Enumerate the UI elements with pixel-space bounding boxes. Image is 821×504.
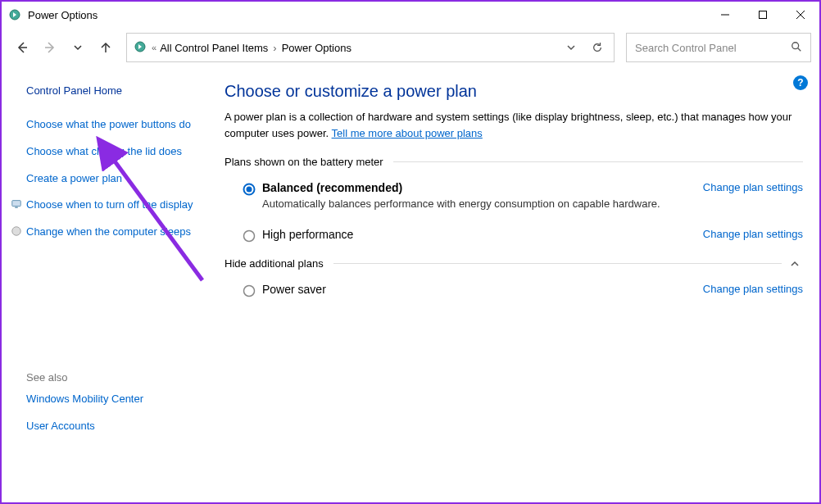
address-bar-icon xyxy=(134,40,147,56)
recent-dropdown[interactable] xyxy=(66,35,90,60)
sidebar-closing-lid[interactable]: Choose what closing the lid does xyxy=(26,144,195,160)
change-settings-power-saver[interactable]: Change plan settings xyxy=(703,283,803,295)
titlebar: Power Options xyxy=(2,2,819,28)
up-button[interactable] xyxy=(93,35,118,60)
sidebar-computer-sleeps[interactable]: Change when the computer sleeps xyxy=(26,225,195,240)
svg-rect-2 xyxy=(760,11,767,19)
close-button[interactable] xyxy=(782,2,819,28)
svg-rect-12 xyxy=(15,207,18,208)
window-title: Power Options xyxy=(28,9,706,21)
plan-name: High performance xyxy=(262,228,703,241)
section-label: Hide additional plans xyxy=(225,257,324,270)
svg-point-9 xyxy=(792,42,799,48)
plan-description: Automatically balances performance with … xyxy=(262,198,703,210)
svg-point-17 xyxy=(244,286,255,297)
radio-power-saver[interactable] xyxy=(243,284,256,297)
page-heading: Choose or customize a power plan xyxy=(225,82,803,101)
breadcrumb-separator-icon: › xyxy=(273,42,276,54)
address-bar[interactable]: « All Control Panel Items › Power Option… xyxy=(126,33,615,62)
maximize-button[interactable] xyxy=(744,2,782,28)
forward-button[interactable] xyxy=(38,35,62,60)
sidebar-mobility-center[interactable]: Windows Mobility Center xyxy=(26,392,195,407)
learn-more-link[interactable]: Tell me more about power plans xyxy=(332,127,483,139)
sidebar-user-accounts[interactable]: User Accounts xyxy=(26,419,195,434)
chevron-up-icon[interactable] xyxy=(787,259,803,269)
section-additional-plans[interactable]: Hide additional plans xyxy=(225,257,803,270)
svg-point-16 xyxy=(244,231,255,242)
sidebar-power-buttons[interactable]: Choose what the power buttons do xyxy=(26,117,195,133)
svg-rect-11 xyxy=(12,201,21,207)
plan-power-saver: Power saver Change plan settings xyxy=(225,275,803,304)
radio-balanced[interactable] xyxy=(243,183,256,196)
sidebar-turn-off-display[interactable]: Choose when to turn off the display xyxy=(26,198,195,213)
plan-name: Balanced (recommended) xyxy=(262,181,703,194)
sidebar-control-panel-home[interactable]: Control Panel Home xyxy=(26,84,195,99)
address-dropdown-button[interactable] xyxy=(561,38,581,57)
change-settings-balanced[interactable]: Change plan settings xyxy=(703,181,803,193)
refresh-button[interactable] xyxy=(587,38,607,57)
main-panel: Choose or customize a power plan A power… xyxy=(205,67,819,502)
sidebar-item-label: Choose when to turn off the display xyxy=(26,198,193,213)
content-area: Control Panel Home Choose what the power… xyxy=(2,67,819,502)
svg-point-13 xyxy=(12,227,21,236)
plan-name: Power saver xyxy=(262,283,703,296)
breadcrumb-item-1[interactable]: All Control Panel Items xyxy=(160,42,268,54)
search-box[interactable] xyxy=(626,33,811,62)
svg-point-15 xyxy=(247,187,252,193)
breadcrumb-overflow-icon[interactable]: « xyxy=(152,43,156,52)
plan-high-performance: High performance Change plan settings xyxy=(225,216,803,257)
window-controls xyxy=(706,2,819,28)
search-icon[interactable] xyxy=(791,41,802,55)
see-also-heading: See also xyxy=(26,371,195,384)
breadcrumb-item-2[interactable]: Power Options xyxy=(282,42,352,54)
svg-line-10 xyxy=(798,48,801,51)
sleep-icon xyxy=(10,225,23,238)
minimize-button[interactable] xyxy=(706,2,744,28)
radio-high-performance[interactable] xyxy=(243,229,256,243)
sidebar-see-also: See also Windows Mobility Center User Ac… xyxy=(26,371,195,434)
app-icon xyxy=(8,8,21,21)
section-battery-plans: Plans shown on the battery meter xyxy=(225,156,803,168)
sidebar-item-label: Change when the computer sleeps xyxy=(26,225,191,240)
search-input[interactable] xyxy=(635,42,791,54)
sidebar-create-plan[interactable]: Create a power plan xyxy=(26,171,195,187)
change-settings-high-performance[interactable]: Change plan settings xyxy=(703,228,803,240)
sidebar: Control Panel Home Choose what the power… xyxy=(2,67,205,502)
page-description: A power plan is a collection of hardware… xyxy=(225,109,803,141)
back-button[interactable] xyxy=(10,35,34,60)
navigation-bar: « All Control Panel Items › Power Option… xyxy=(2,28,819,67)
section-label: Plans shown on the battery meter xyxy=(225,156,383,168)
display-icon xyxy=(10,198,23,211)
plan-balanced: Balanced (recommended) Automatically bal… xyxy=(225,173,803,216)
